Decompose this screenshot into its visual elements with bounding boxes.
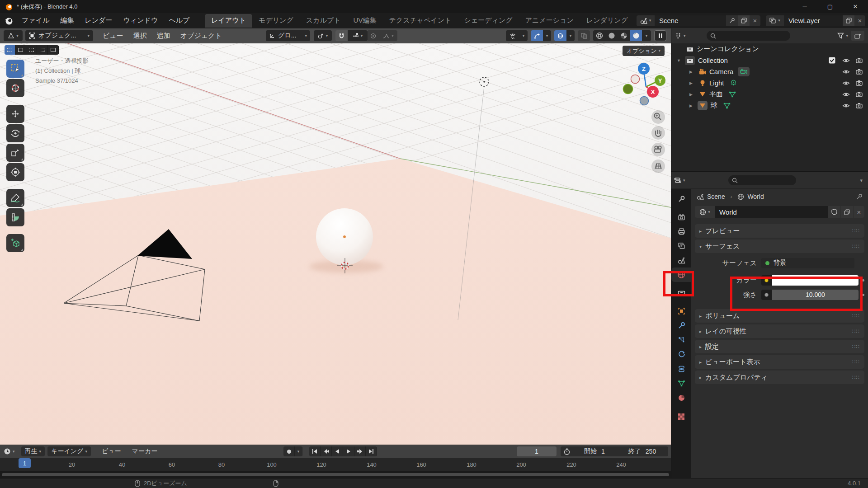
use-preview-range-button[interactable] (561, 446, 573, 456)
tool-select-box[interactable] (6, 60, 24, 78)
shading-wireframe-button[interactable] (593, 30, 605, 41)
breadcrumb-world[interactable]: World (747, 193, 764, 200)
frame-end-field[interactable]: 終了250 (616, 446, 668, 456)
keying-dropdown[interactable]: キーイング▾ (47, 446, 91, 456)
menu-window[interactable]: ウィンドウ (118, 16, 163, 25)
viewport-menu-add[interactable]: 追加 (152, 32, 175, 40)
gizmo-toggle[interactable] (531, 30, 543, 41)
disclosure-icon[interactable]: ▶ (689, 70, 698, 74)
properties-editor-type-button[interactable]: ▾ (674, 177, 685, 183)
unlink-world-button[interactable]: × (854, 206, 864, 218)
hide-eye-icon[interactable] (842, 69, 850, 75)
record-caret[interactable]: ▾ (295, 446, 302, 456)
gizmo-caret[interactable]: ▾ (543, 30, 551, 41)
next-keyframe-button[interactable] (354, 446, 366, 456)
properties-search-input[interactable] (728, 175, 796, 185)
shading-solid-button[interactable] (605, 30, 618, 41)
snap-target-dropdown[interactable]: ▾ (348, 30, 368, 41)
panel-surface[interactable]: ▾サーフェス∷∷ (695, 239, 864, 253)
minimize-button[interactable]: ─ (792, 0, 817, 13)
viewport-menu-select[interactable]: 選択 (128, 32, 152, 40)
render-camera-icon[interactable] (856, 57, 863, 63)
tab-layout[interactable]: レイアウト (205, 14, 252, 28)
menu-help[interactable]: ヘルプ (163, 16, 195, 25)
tab-render[interactable] (671, 210, 691, 224)
light-data-icon[interactable] (730, 80, 737, 86)
scene-unlink-button[interactable]: × (750, 15, 760, 26)
blender-menu-icon[interactable] (4, 16, 14, 26)
options-dropdown[interactable]: オプション▾ (623, 46, 665, 56)
proportional-edit-toggle[interactable] (367, 30, 379, 41)
select-mode-subtract[interactable] (26, 45, 37, 55)
world-name-field[interactable]: World (715, 206, 828, 218)
panel-custom-properties[interactable]: ▸カスタムプロパティ∷∷ (695, 371, 864, 384)
panel-viewport-display[interactable]: ▸ビューポート表示∷∷ (695, 355, 864, 369)
tab-rendering[interactable]: レンダリング (580, 14, 634, 28)
scene-new-copy-button[interactable] (738, 15, 750, 26)
pin-icon[interactable] (856, 193, 863, 200)
camera-view-button[interactable] (651, 143, 665, 156)
new-collection-button[interactable] (851, 31, 864, 41)
camera-data-icon[interactable] (740, 69, 748, 75)
scene-name-field[interactable]: Scene (655, 15, 726, 26)
zoom-button[interactable] (651, 110, 665, 124)
tool-scale[interactable] (6, 144, 24, 162)
panel-preview[interactable]: ▸プレビュー∷∷ (695, 224, 864, 238)
timeline-menu-view[interactable]: ビュー (96, 447, 127, 455)
breadcrumb-scene[interactable]: Scene (707, 193, 725, 200)
tab-animation[interactable]: アニメーション (519, 14, 580, 28)
viewlayer-new-copy-button[interactable] (843, 15, 854, 26)
playhead[interactable]: 1 (19, 458, 31, 468)
hide-eye-icon[interactable] (842, 58, 850, 63)
timeline-ruler[interactable]: 20 40 60 80 100 120 140 160 180 200 220 … (0, 458, 671, 471)
row-collection[interactable]: ▼ Collection (671, 55, 868, 66)
render-camera-icon[interactable] (856, 69, 863, 75)
mesh-data-icon[interactable] (723, 103, 731, 109)
viewport-canvas[interactable]: Z Y X ユーザー・透視投影 (1) Collection | 球 Sampl… (0, 43, 671, 445)
timeline-menu-marker[interactable]: マーカー (127, 447, 163, 455)
select-mode-intersect[interactable] (48, 45, 59, 55)
viewport-menu-object[interactable]: オブジェクト (175, 32, 227, 40)
mode-dropdown[interactable]: オブジェク...▾ (25, 30, 93, 41)
orientation-dropdown[interactable]: グロ...▾ (266, 30, 310, 41)
pan-button[interactable] (651, 126, 665, 140)
overlays-caret[interactable]: ▾ (566, 30, 575, 41)
tab-texture-paint[interactable]: テクスチャペイント (382, 14, 458, 28)
tab-object[interactable] (671, 304, 691, 318)
tool-rotate[interactable] (6, 124, 24, 142)
tab-sculpting[interactable]: スカルプト (300, 14, 347, 28)
tool-measure[interactable] (6, 208, 24, 226)
xray-toggle[interactable] (578, 30, 590, 41)
filter-button[interactable]: ▾ (837, 33, 848, 39)
visibility-caret[interactable]: ▾ (519, 30, 528, 41)
playback-dropdown[interactable]: 再生▾ (21, 446, 45, 456)
play-reverse-button[interactable] (332, 446, 343, 456)
frame-start-field[interactable]: 開始1 (573, 446, 616, 456)
disclosure-icon[interactable]: ▼ (677, 58, 685, 63)
tab-output[interactable] (671, 224, 691, 239)
row-plane[interactable]: ▶ 平面 (671, 89, 868, 100)
jump-start-button[interactable] (309, 446, 321, 456)
panel-settings[interactable]: ▸設定∷∷ (695, 340, 864, 353)
falloff-dropdown[interactable]: ▾ (379, 30, 397, 41)
menu-file[interactable]: ファイル (16, 16, 55, 25)
hide-eye-icon[interactable] (842, 103, 850, 108)
axis-neg-x[interactable] (631, 75, 640, 84)
current-frame-field[interactable]: 1 (517, 446, 557, 456)
disclosure-icon[interactable]: ▶ (689, 103, 698, 108)
tab-physics[interactable] (671, 347, 691, 361)
prev-keyframe-button[interactable] (321, 446, 332, 456)
tab-uv-editing[interactable]: UV編集 (347, 14, 383, 28)
tab-modifiers[interactable] (671, 318, 691, 333)
row-sphere[interactable]: ▶ 球 (671, 100, 868, 111)
outliner-editor-type-button[interactable]: ▾ (675, 33, 686, 39)
snap-toggle[interactable] (335, 30, 348, 41)
menu-render[interactable]: レンダー (79, 16, 118, 25)
tab-scene[interactable] (671, 253, 691, 267)
disclosure-icon[interactable]: ▶ (689, 81, 698, 85)
timeline-editor-type-button[interactable]: ▾ (4, 448, 15, 455)
tool-move[interactable] (6, 105, 24, 123)
editor-type-button[interactable]: ▾ (4, 30, 23, 41)
play-button[interactable] (343, 446, 354, 456)
maximize-button[interactable]: ▢ (817, 0, 843, 13)
